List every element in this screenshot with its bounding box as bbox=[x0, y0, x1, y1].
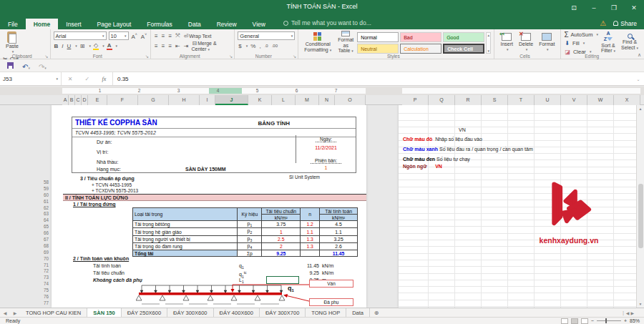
undo-button[interactable]: ↶▾ bbox=[22, 59, 30, 72]
cell-style-option[interactable]: Neutral bbox=[357, 44, 399, 54]
increase-decimal-button[interactable]: .0 bbox=[264, 44, 269, 48]
row-header[interactable]: 70 bbox=[36, 256, 52, 262]
align-bottom-icon[interactable]: ≡ bbox=[167, 33, 172, 39]
formula-input[interactable]: 0.35 bbox=[113, 72, 633, 85]
column-header[interactable]: W bbox=[587, 95, 614, 105]
load-table-total-row[interactable]: Tổng tải Σp 9.25 11.45 bbox=[133, 250, 358, 257]
sheet-tab[interactable]: ĐÁY 300X700 bbox=[260, 308, 306, 317]
row-header[interactable]: 65 bbox=[36, 224, 52, 230]
column-header[interactable]: O bbox=[335, 95, 366, 105]
column-header[interactable]: Q bbox=[429, 95, 455, 105]
load-table-row[interactable]: Tải trọng hệ giàn giáo p2 1 1.1 1.1 bbox=[133, 228, 358, 235]
minimize-button[interactable]: – bbox=[584, 0, 604, 16]
tab-splitter[interactable]: ┆ bbox=[622, 310, 625, 315]
column-header[interactable]: T bbox=[508, 95, 535, 105]
align-right-icon[interactable]: ≡ bbox=[167, 43, 172, 49]
ribbon-display-options-icon[interactable]: ⊡ bbox=[564, 0, 584, 16]
column-header[interactable]: R bbox=[455, 95, 482, 105]
scroll-up-icon[interactable]: ▲ bbox=[637, 105, 644, 112]
column-header[interactable]: J bbox=[215, 95, 248, 105]
sheet-tab[interactable]: ĐÁY 300X600 bbox=[167, 308, 213, 317]
decrease-decimal-button[interactable]: .00 bbox=[271, 44, 278, 48]
collapse-ribbon-button[interactable]: ∧ bbox=[638, 52, 641, 58]
font-size-select[interactable]: 10▾ bbox=[109, 31, 129, 40]
load-table-row[interactable]: Tải trọng người và thiết bị p3 2.5 1.3 3… bbox=[133, 235, 358, 242]
row-header[interactable]: 75 bbox=[36, 288, 52, 294]
align-center-icon[interactable]: ≡ bbox=[161, 43, 166, 49]
name-box[interactable]: J53▾ bbox=[0, 72, 62, 85]
enter-icon[interactable]: ✓ bbox=[85, 76, 90, 82]
column-header[interactable]: I bbox=[200, 95, 215, 105]
worksheet-page-2[interactable]: VN Chữ màu đỏ Nhập số liệu đầu vào Chữ m… bbox=[399, 105, 640, 308]
italic-button[interactable]: I bbox=[61, 43, 64, 49]
load-table-row[interactable]: Tải trọng bêtông p1 3.75 1.2 4.5 bbox=[133, 221, 358, 228]
percent-button[interactable]: % bbox=[250, 43, 256, 49]
row-header[interactable]: 77 bbox=[36, 300, 52, 307]
zoom-slider-thumb[interactable] bbox=[605, 318, 608, 323]
wrap-text-button[interactable]: ⏎Wrap Text bbox=[182, 33, 211, 39]
fill-button[interactable]: ⬇Fill▾ bbox=[564, 39, 598, 46]
find-select-button[interactable]: Find &Select▾ bbox=[618, 31, 641, 54]
column-header[interactable]: L bbox=[272, 95, 296, 105]
column-header[interactable]: F bbox=[107, 95, 138, 105]
orientation-icon[interactable]: ⤧ bbox=[175, 32, 180, 39]
sheet-tab[interactable]: Data bbox=[346, 308, 370, 317]
share-button[interactable]: Share bbox=[613, 20, 637, 27]
hscroll-right-icon[interactable]: ▶ bbox=[630, 310, 634, 315]
hscroll-left-icon[interactable]: ◀ bbox=[626, 310, 630, 315]
borders-button[interactable]: ⊞ bbox=[79, 43, 86, 49]
sheet-tab[interactable]: SÀN 150 bbox=[87, 308, 121, 317]
cell-style-option[interactable]: Check Cell bbox=[443, 44, 484, 54]
format-as-table-button[interactable]: Format asTable▾ bbox=[334, 31, 357, 54]
row-header[interactable]: 63 bbox=[36, 211, 52, 217]
cancel-icon[interactable]: ✕ bbox=[68, 76, 73, 82]
sheet-tab[interactable]: TONG HOP CAU KIEN bbox=[20, 308, 87, 317]
row-header[interactable]: 59 bbox=[36, 186, 52, 192]
fill-color-button[interactable]: ◇ bbox=[93, 42, 99, 50]
font-color-button[interactable]: A bbox=[107, 42, 112, 50]
row-header[interactable]: 66 bbox=[36, 230, 52, 237]
scrollbar-thumb[interactable] bbox=[638, 184, 643, 248]
zoom-in-button[interactable]: + bbox=[624, 318, 627, 323]
warning-icon[interactable]: ⚠ bbox=[600, 19, 606, 27]
page-break-view-button[interactable] bbox=[581, 318, 588, 324]
expand-formula-bar-icon[interactable]: ⌄ bbox=[633, 72, 644, 85]
worksheet-page-1[interactable]: THIẾT KẾ COPPHA SÀN BẢNG TÍNH TCVN 4453-… bbox=[52, 105, 366, 308]
cell-style-option[interactable]: Good bbox=[443, 32, 484, 42]
insert-cells-button[interactable]: ↤Insert▾ bbox=[497, 31, 516, 54]
normal-view-button[interactable] bbox=[561, 318, 568, 324]
column-header[interactable]: B bbox=[69, 95, 75, 105]
column-header[interactable]: E bbox=[88, 95, 107, 105]
paste-button[interactable]: Paste▾ bbox=[3, 31, 21, 54]
cell-style-option[interactable]: Calculation bbox=[400, 44, 441, 54]
sheet-tab[interactable]: TONG HOP bbox=[306, 308, 346, 317]
cell-style-option[interactable]: Bad bbox=[400, 32, 441, 42]
column-header[interactable]: V bbox=[561, 95, 587, 105]
number-format-select[interactable]: General▾ bbox=[238, 31, 295, 40]
column-header[interactable]: N bbox=[319, 95, 335, 105]
column-header[interactable]: G bbox=[138, 95, 169, 105]
row-header[interactable]: 62 bbox=[36, 205, 52, 212]
column-header[interactable]: P bbox=[402, 95, 429, 105]
conditional-formatting-button[interactable]: ConditionalFormatting▾ bbox=[301, 31, 334, 54]
column-header[interactable]: C bbox=[75, 95, 82, 105]
zoom-slider[interactable] bbox=[597, 320, 621, 321]
increase-indent-icon[interactable]: ⇥ bbox=[183, 43, 190, 49]
page-layout-view-button[interactable] bbox=[571, 318, 578, 324]
merge-center-button[interactable]: ⊟Merge & Center▾ bbox=[191, 40, 231, 51]
insert-function-icon[interactable]: fx bbox=[102, 76, 107, 82]
autosum-button[interactable]: ΣAutoSum▾ bbox=[564, 31, 598, 38]
column-header[interactable]: H bbox=[169, 95, 200, 105]
save-icon[interactable] bbox=[7, 62, 14, 69]
row-header[interactable]: 64 bbox=[36, 217, 52, 224]
row-header[interactable]: 60 bbox=[36, 192, 52, 199]
new-sheet-button[interactable]: ⊕ bbox=[370, 308, 383, 317]
redo-button[interactable]: ↷▾ bbox=[39, 59, 47, 72]
zoom-out-button[interactable]: − bbox=[591, 318, 594, 323]
row-header[interactable]: 67 bbox=[36, 237, 52, 243]
column-header[interactable]: K bbox=[248, 95, 272, 105]
column-header[interactable]: M bbox=[296, 95, 319, 105]
align-top-icon[interactable]: ≡ bbox=[154, 33, 159, 39]
sheet-tab[interactable]: ĐÁY 400X600 bbox=[214, 308, 260, 317]
column-header[interactable]: U bbox=[535, 95, 561, 105]
